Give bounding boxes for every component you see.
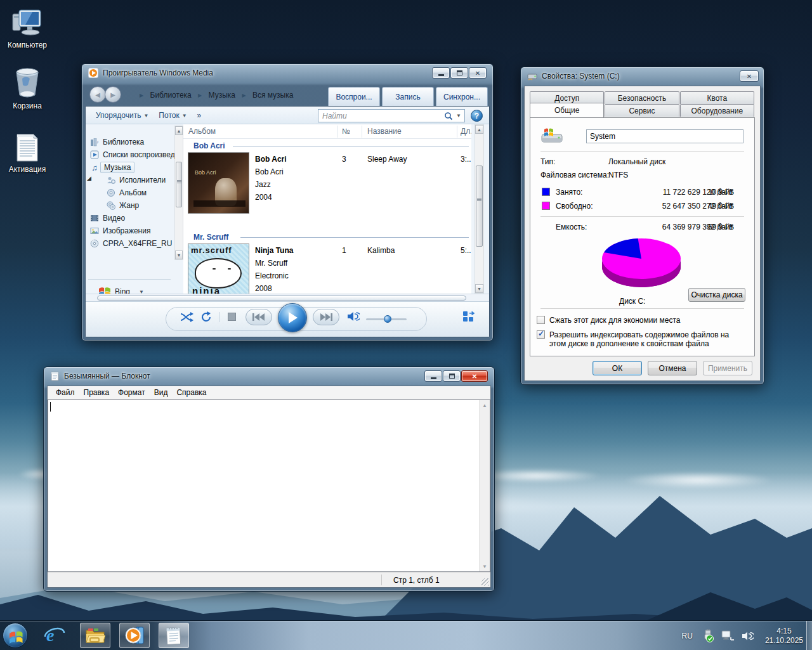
tab-sharing[interactable]: Доступ: [530, 91, 604, 104]
scroll-down-icon[interactable]: ▼: [475, 284, 483, 293]
album-year[interactable]: 2004: [255, 193, 272, 202]
sidebar-item-library[interactable]: ♪ Библиотека: [89, 136, 174, 148]
breadcrumb-all-music[interactable]: Вся музыка: [252, 91, 294, 100]
tree-scrollbar[interactable]: ▲ ▼: [174, 126, 183, 260]
usb-tray-icon[interactable]: [702, 629, 714, 643]
scrollbar-thumb[interactable]: [176, 162, 182, 207]
volume-label-input[interactable]: [586, 129, 743, 143]
tab-burn[interactable]: Запись: [382, 87, 434, 106]
tab-hardware[interactable]: Оборудование: [680, 104, 754, 117]
stream-menu[interactable]: Поток▼: [159, 111, 187, 120]
desktop-icon-recycle-bin[interactable]: Корзина: [0, 66, 55, 110]
notepad-titlebar[interactable]: Безымянный — Блокнот ✕: [44, 367, 494, 385]
resize-grip[interactable]: [481, 578, 489, 586]
taskbar-wmp-button[interactable]: [119, 623, 150, 648]
sidebar-item-cd-drive[interactable]: CPRA_X64FRE_RU: [89, 237, 174, 250]
menu-file[interactable]: Файл: [51, 387, 79, 398]
toolbar-overflow[interactable]: »: [197, 111, 202, 120]
scroll-up-icon[interactable]: ▲: [480, 400, 490, 410]
forward-button[interactable]: ▶: [105, 86, 121, 103]
tab-play[interactable]: Воспрои...: [328, 87, 380, 106]
scrollbar-thumb[interactable]: [97, 296, 466, 301]
breadcrumb-library[interactable]: Библиотека: [150, 91, 192, 100]
next-button[interactable]: [313, 309, 339, 325]
column-length[interactable]: Дл...: [461, 127, 471, 136]
language-indicator[interactable]: RU: [682, 632, 693, 640]
ok-button[interactable]: ОК: [593, 361, 642, 375]
menu-help[interactable]: Справка: [172, 387, 211, 398]
sidebar-item-video[interactable]: Видео: [89, 212, 174, 224]
help-button[interactable]: ?: [471, 110, 483, 122]
disk-cleanup-button[interactable]: Очистка диска: [688, 288, 745, 302]
list-header[interactable]: Альбом № Название Дл...: [183, 124, 471, 139]
scrollbar-thumb[interactable]: [476, 166, 483, 247]
wmp-maximize-button[interactable]: [450, 67, 468, 79]
network-tray-icon[interactable]: [721, 630, 735, 642]
tab-sync[interactable]: Синхрон...: [436, 87, 488, 106]
sidebar-item-music[interactable]: ♫ Музыка: [89, 161, 174, 174]
notepad-minimize-button[interactable]: [424, 370, 442, 382]
volume-tray-icon[interactable]: [741, 630, 754, 642]
stop-button[interactable]: [228, 313, 236, 321]
organize-menu[interactable]: Упорядочить▼: [96, 111, 148, 120]
track-name[interactable]: Sleep Away: [367, 155, 407, 164]
scroll-down-icon[interactable]: ▼: [480, 561, 490, 571]
tab-tools[interactable]: Сервис: [605, 104, 679, 117]
menu-format[interactable]: Формат: [114, 387, 150, 398]
search-input[interactable]: Найти ▼: [318, 109, 465, 122]
notepad-maximize-button[interactable]: [443, 370, 461, 382]
notepad-scrollbar[interactable]: ▲ ▼: [479, 400, 490, 571]
index-checkbox[interactable]: ✓: [537, 330, 545, 339]
album-art-mr-scruff[interactable]: mr.scruff ninja tuna: [188, 244, 249, 294]
album-year[interactable]: 2008: [255, 284, 272, 293]
sidebar-item-genre[interactable]: Жанр: [89, 199, 174, 212]
index-checkbox-label[interactable]: Разрешить индексировать содержимое файло…: [549, 330, 745, 348]
horizontal-scrollbar[interactable]: [86, 294, 489, 301]
taskbar-explorer-button[interactable]: [80, 623, 110, 648]
sidebar-item-pictures[interactable]: Изображения: [89, 224, 174, 237]
repeat-button[interactable]: [200, 311, 213, 323]
column-album[interactable]: Альбом: [188, 127, 216, 136]
tab-security[interactable]: Безопасность: [605, 91, 679, 104]
shuffle-button[interactable]: [180, 311, 193, 323]
show-desktop-button[interactable]: [806, 621, 812, 650]
track-duration[interactable]: 3:...: [461, 155, 471, 164]
track-number[interactable]: 1: [342, 246, 346, 255]
sidebar-item-artist[interactable]: Исполнители: [89, 174, 174, 186]
compress-checkbox-label[interactable]: Сжать этот диск для экономии места: [549, 316, 745, 325]
sidebar-item-album[interactable]: Альбом: [89, 186, 174, 199]
album-title[interactable]: Ninja Tuna: [255, 246, 293, 255]
properties-close-button[interactable]: ✕: [740, 70, 759, 82]
mute-button[interactable]: [347, 311, 360, 322]
desktop-icon-activation[interactable]: Активация: [0, 129, 55, 174]
volume-slider[interactable]: [366, 318, 407, 320]
switch-to-now-playing-button[interactable]: [462, 311, 475, 322]
tree-expander-icon[interactable]: ◢: [87, 175, 91, 181]
list-scrollbar[interactable]: ▲ ▼: [475, 124, 484, 294]
tab-quota[interactable]: Квота: [680, 91, 754, 104]
menu-view[interactable]: Вид: [150, 387, 173, 398]
breadcrumb-music[interactable]: Музыка: [209, 91, 235, 100]
back-button[interactable]: ◀: [89, 86, 106, 103]
group-header[interactable]: Bob Acri: [193, 141, 225, 150]
taskbar-clock[interactable]: 4:15 21.10.2025: [765, 627, 803, 646]
scroll-up-icon[interactable]: ▲: [475, 125, 483, 134]
taskbar-ie-button[interactable]: e: [41, 623, 69, 648]
search-dropdown-icon[interactable]: ▼: [453, 113, 464, 119]
track-duration[interactable]: 5:...: [461, 246, 471, 255]
album-artist[interactable]: Mr. Scruff: [255, 259, 287, 268]
wmp-close-button[interactable]: ✕: [469, 67, 487, 79]
compress-checkbox[interactable]: [537, 316, 545, 324]
breadcrumb[interactable]: ▶ Библиотека ▶ Музыка ▶ Вся музыка: [135, 91, 293, 100]
cancel-button[interactable]: Отмена: [648, 361, 697, 375]
column-number[interactable]: №: [342, 127, 350, 136]
desktop-icon-computer[interactable]: Компьютер: [0, 5, 55, 49]
play-button[interactable]: [278, 303, 307, 332]
notepad-close-button[interactable]: ✕: [461, 370, 488, 382]
taskbar-notepad-button[interactable]: [159, 623, 189, 648]
group-header[interactable]: Mr. Scruff: [193, 233, 228, 242]
apply-button[interactable]: Применить: [703, 361, 752, 375]
track-number[interactable]: 3: [342, 155, 346, 164]
wmp-minimize-button[interactable]: [432, 67, 450, 79]
menu-edit[interactable]: Правка: [79, 387, 114, 398]
